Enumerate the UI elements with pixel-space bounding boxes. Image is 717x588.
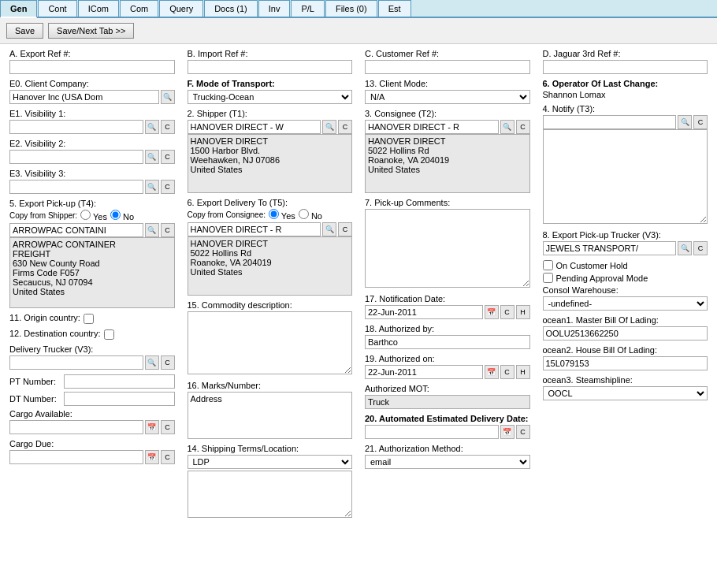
origin-country-label: 11. Origin country: (9, 313, 80, 322)
copy-shipper-no-radio[interactable] (110, 210, 121, 220)
notification-date-label: 17. Notification Date: (365, 294, 530, 303)
marks-number-label: 16. Marks/Number: (188, 381, 353, 390)
tab-pl[interactable]: P/L (291, 0, 325, 17)
consignee-label: 3. Consignee (T2): (365, 109, 530, 118)
jaguar-ref-group: D. Jaguar 3rd Ref #: (543, 49, 708, 74)
client-mode-select[interactable]: N/A (365, 90, 530, 104)
visibility2-clear-icon[interactable]: C (161, 150, 175, 164)
master-bill-group: ocean1. Master Bill Of Lading: (543, 315, 708, 341)
delivery-trucker-search-icon[interactable]: 🔍 (145, 355, 159, 370)
client-company-input[interactable] (9, 90, 159, 104)
tab-query[interactable]: Query (159, 0, 203, 17)
export-trucker-search-icon[interactable]: 🔍 (678, 241, 692, 255)
authorized-on-clear-icon[interactable]: C (500, 365, 515, 379)
pending-approval-checkbox[interactable] (543, 273, 553, 283)
visibility2-input[interactable] (9, 150, 143, 164)
visibility3-clear-icon[interactable]: C (161, 180, 175, 194)
shipping-terms-textarea[interactable] (188, 471, 353, 518)
visibility1-clear-icon[interactable]: C (161, 120, 175, 134)
tab-inv[interactable]: Inv (258, 0, 291, 17)
notification-date-input[interactable] (365, 305, 483, 319)
shipper-clear-icon[interactable]: C (338, 120, 352, 134)
consignee-input[interactable] (365, 120, 499, 134)
delivery-trucker-input[interactable] (9, 355, 143, 370)
visibility3-search-icon[interactable]: 🔍 (145, 180, 159, 194)
export-trucker-input[interactable] (543, 241, 677, 255)
notify-clear-icon[interactable]: C (693, 115, 708, 129)
auto-delivery-input[interactable] (365, 425, 499, 439)
auto-delivery-clear-icon[interactable]: C (516, 425, 530, 439)
export-delivery-clear-icon[interactable]: C (338, 222, 352, 236)
pickup-comments-textarea[interactable] (365, 209, 530, 288)
mode-transport-select[interactable]: Trucking-Ocean (188, 90, 353, 104)
export-trucker-clear-icon[interactable]: C (693, 241, 708, 255)
customer-ref-input[interactable] (365, 60, 530, 74)
cargo-due-input[interactable] (9, 450, 143, 464)
jaguar-ref-input[interactable] (543, 60, 708, 74)
tab-files[interactable]: Files (0) (325, 0, 377, 17)
authorized-on-h-icon[interactable]: H (516, 365, 530, 379)
steamshipline-select[interactable]: OOCL (543, 386, 708, 400)
tab-com[interactable]: Com (120, 0, 158, 17)
authorized-on-calendar-icon[interactable]: 📅 (485, 365, 499, 379)
client-company-search-icon[interactable]: 🔍 (161, 90, 175, 104)
notify-input[interactable] (543, 115, 677, 129)
cargo-available-input[interactable] (9, 420, 143, 434)
auto-delivery-calendar-icon[interactable]: 📅 (500, 425, 515, 439)
origin-country-checkbox[interactable] (84, 314, 94, 324)
tab-icom[interactable]: ICom (78, 0, 119, 17)
notification-date-calendar-icon[interactable]: 📅 (485, 305, 499, 319)
tab-est[interactable]: Est (378, 0, 411, 17)
copy-consignee-no-radio[interactable] (299, 209, 309, 219)
cargo-available-calendar-icon[interactable]: 📅 (145, 420, 159, 434)
export-pickup-group: 5. Export Pick-up (T4): Copy from Shippe… (9, 199, 175, 308)
import-ref-input[interactable] (188, 60, 353, 74)
export-pickup-clear-icon[interactable]: C (161, 223, 175, 237)
export-delivery-search-icon[interactable]: 🔍 (322, 222, 336, 236)
copy-shipper-yes-radio[interactable] (80, 210, 91, 220)
toolbar: Save Save/Next Tab >> (0, 18, 717, 44)
cargo-due-group: Cargo Due: 📅 C (9, 439, 175, 464)
visibility3-input[interactable] (9, 180, 143, 194)
delivery-trucker-clear-icon[interactable]: C (161, 355, 175, 370)
cargo-due-calendar-icon[interactable]: 📅 (145, 450, 159, 464)
shipping-terms-select[interactable]: LDP (188, 455, 353, 469)
dest-country-checkbox[interactable] (104, 329, 114, 340)
notification-date-clear-icon[interactable]: C (500, 305, 515, 319)
authorized-on-input[interactable] (365, 365, 483, 379)
authorized-by-input[interactable] (365, 335, 530, 349)
save-next-button[interactable]: Save/Next Tab >> (48, 23, 134, 39)
export-pickup-search-icon[interactable]: 🔍 (145, 223, 159, 237)
commodity-desc-textarea[interactable] (188, 311, 353, 374)
notify-search-icon[interactable]: 🔍 (678, 115, 692, 129)
shipper-search-icon[interactable]: 🔍 (322, 120, 336, 134)
visibility1-search-icon[interactable]: 🔍 (145, 120, 159, 134)
copy-consignee-yes-radio[interactable] (269, 209, 279, 219)
shipper-input[interactable] (188, 120, 321, 134)
dt-number-input[interactable] (64, 392, 175, 406)
cargo-available-clear-icon[interactable]: C (161, 420, 175, 434)
save-button[interactable]: Save (6, 23, 43, 39)
visibility2-search-icon[interactable]: 🔍 (145, 150, 159, 164)
tab-gen[interactable]: Gen (0, 0, 37, 18)
pending-approval-label: Pending Approval Mode (556, 274, 648, 283)
auth-method-label: 21. Authorization Method: (365, 444, 530, 453)
pt-number-input[interactable] (64, 374, 175, 389)
export-pickup-input[interactable] (9, 223, 143, 237)
auth-method-select[interactable]: email (365, 455, 530, 469)
export-ref-input[interactable] (9, 60, 175, 74)
consignee-clear-icon[interactable]: C (516, 120, 530, 134)
house-bill-input[interactable] (543, 356, 708, 370)
notify-textarea[interactable] (543, 129, 708, 224)
tab-cont[interactable]: Cont (38, 0, 76, 17)
notification-date-h-icon[interactable]: H (516, 305, 530, 319)
master-bill-input[interactable] (543, 326, 708, 341)
cargo-due-clear-icon[interactable]: C (161, 450, 175, 464)
export-delivery-input[interactable] (188, 222, 321, 236)
consol-warehouse-select[interactable]: -undefined- (543, 296, 708, 311)
tab-docs[interactable]: Docs (1) (204, 0, 258, 17)
visibility1-input[interactable] (9, 120, 143, 134)
on-customer-hold-checkbox[interactable] (543, 260, 553, 270)
shipper-address: HANOVER DIRECT 1500 Harbor Blvd. Weehawk… (188, 134, 353, 193)
consignee-search-icon[interactable]: 🔍 (500, 120, 515, 134)
